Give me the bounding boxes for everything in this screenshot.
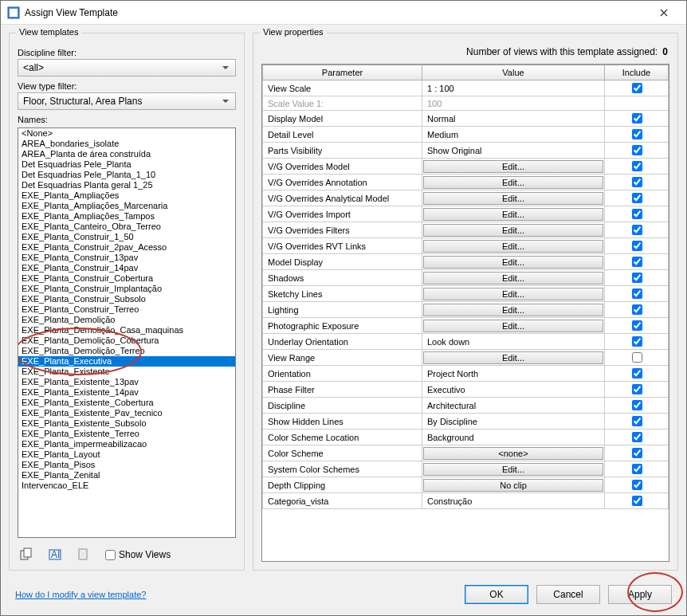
edit-button[interactable]: Edit...	[423, 160, 603, 173]
properties-table-wrap[interactable]: Parameter Value Include View Scale1 : 10…	[261, 64, 669, 562]
value-cell[interactable]: Edit...	[422, 318, 605, 334]
include-checkbox[interactable]	[632, 464, 642, 474]
value-cell[interactable]: Edit...	[422, 350, 605, 366]
list-item[interactable]: EXE_Planta_Construir_Implantação	[18, 284, 235, 294]
value-cell[interactable]: Show Original	[422, 143, 605, 159]
list-item[interactable]: EXE_Planta_Ampliações_Marcenaria	[18, 201, 235, 211]
value-cell[interactable]: Medium	[422, 127, 605, 143]
value-cell[interactable]: Edit...	[422, 254, 605, 270]
include-checkbox[interactable]	[632, 177, 642, 187]
value-cell[interactable]: Construção	[422, 493, 605, 509]
include-checkbox[interactable]	[632, 400, 642, 410]
edit-button[interactable]: Edit...	[423, 240, 603, 253]
include-checkbox[interactable]	[632, 113, 642, 124]
edit-button[interactable]: Edit...	[423, 208, 603, 221]
show-views-checkbox[interactable]: Show Views	[105, 549, 171, 560]
ok-button[interactable]: OK	[465, 585, 528, 604]
close-button[interactable]	[648, 2, 680, 24]
include-checkbox[interactable]	[632, 336, 642, 347]
list-item[interactable]: EXE_Planta_Existente_13pav	[18, 377, 235, 387]
show-views-input[interactable]	[105, 550, 116, 560]
edit-button[interactable]: Edit...	[423, 304, 603, 316]
edit-button[interactable]: Edit...	[423, 463, 603, 476]
duplicate-icon[interactable]	[19, 547, 33, 562]
list-item[interactable]: EXE_Planta_Demolição_Cobertura	[18, 335, 235, 346]
include-checkbox[interactable]	[632, 225, 642, 235]
list-item[interactable]: EXE_Planta_Construir_2pav_Acesso	[18, 242, 235, 253]
include-checkbox[interactable]	[632, 129, 642, 139]
include-checkbox[interactable]	[632, 448, 642, 458]
edit-button[interactable]: Edit...	[423, 224, 603, 237]
list-item[interactable]: <None>	[18, 128, 235, 139]
include-checkbox[interactable]	[632, 161, 642, 171]
include-checkbox[interactable]	[632, 496, 642, 506]
include-checkbox[interactable]	[632, 145, 642, 155]
list-item[interactable]: EXE_Planta_Layout	[18, 449, 235, 460]
cancel-button[interactable]: Cancel	[536, 585, 600, 604]
list-item[interactable]: Det Esquadrias Pele_Planta_1_10	[18, 170, 235, 180]
value-cell[interactable]: Edit...	[422, 286, 605, 302]
include-checkbox[interactable]	[632, 432, 642, 442]
edit-button[interactable]: <none>	[423, 447, 603, 460]
list-item[interactable]: EXE_Planta_Construir_Cobertura	[18, 273, 235, 284]
list-item[interactable]: AREA_Planta de área construída	[18, 149, 235, 159]
delete-icon[interactable]	[77, 547, 91, 562]
list-item[interactable]: EXE_Planta_Existente_Terreo	[18, 429, 235, 439]
edit-button[interactable]: Edit...	[423, 288, 603, 300]
list-item[interactable]: Intervencao_ELE	[18, 481, 235, 491]
value-cell[interactable]: Edit...	[422, 222, 605, 238]
list-item[interactable]: EXE_Planta_Demolição	[18, 315, 235, 325]
col-parameter[interactable]: Parameter	[263, 65, 422, 80]
list-item[interactable]: EXE_Planta_Existente_Subsolo	[18, 418, 235, 429]
include-checkbox[interactable]	[632, 352, 642, 363]
value-cell[interactable]: Edit...	[422, 175, 605, 190]
list-item[interactable]: Det Esquadrias Pele_Planta	[18, 159, 235, 170]
value-cell[interactable]: Edit...	[422, 302, 605, 318]
value-cell[interactable]: Edit...	[422, 238, 605, 254]
list-item[interactable]: EXE_Planta_Canteiro_Obra_Terreo	[18, 222, 235, 232]
list-item[interactable]: EXE_Planta_Construir_14pav	[18, 263, 235, 273]
help-link[interactable]: How do I modify a view template?	[15, 590, 146, 599]
list-item[interactable]: EXE_Planta_Existente_Pav_tecnico	[18, 408, 235, 418]
include-checkbox[interactable]	[632, 209, 642, 219]
list-item[interactable]: EXE_Planta_Existente	[18, 367, 235, 377]
value-cell[interactable]: Normal	[422, 111, 605, 127]
list-item[interactable]: EXE_Planta_Executiva	[18, 356, 235, 367]
list-item[interactable]: EXE_Planta_Construir_13pav	[18, 253, 235, 263]
include-checkbox[interactable]	[632, 320, 642, 331]
edit-button[interactable]: Edit...	[423, 176, 603, 189]
value-cell[interactable]: Edit...	[422, 206, 605, 222]
value-cell[interactable]: Edit...	[422, 159, 605, 175]
include-checkbox[interactable]	[632, 288, 642, 299]
include-checkbox[interactable]	[632, 304, 642, 315]
col-value[interactable]: Value	[422, 65, 605, 80]
edit-button[interactable]: Edit...	[423, 351, 603, 364]
list-item[interactable]: EXE_Planta_Construir_1_50	[18, 232, 235, 242]
value-cell[interactable]: Edit...	[422, 190, 605, 206]
include-checkbox[interactable]	[632, 193, 642, 203]
list-item[interactable]: EXE_Planta_Zenital	[18, 470, 235, 481]
include-checkbox[interactable]	[632, 480, 642, 490]
include-checkbox[interactable]	[632, 273, 642, 283]
list-item[interactable]: EXE_Planta_Demolição_Terreo	[18, 346, 235, 356]
list-item[interactable]: EXE_Planta_Construir_Subsolo	[18, 294, 235, 304]
value-cell[interactable]: No clip	[422, 477, 605, 493]
value-cell[interactable]: By Discipline	[422, 414, 605, 430]
edit-button[interactable]: Edit...	[423, 272, 603, 284]
list-item[interactable]: EXE_Planta_Ampliações	[18, 190, 235, 201]
value-cell[interactable]: Look down	[422, 334, 605, 350]
value-cell[interactable]: Edit...	[422, 461, 605, 477]
list-item[interactable]: EXE_Planta_Existente_14pav	[18, 387, 235, 398]
list-item[interactable]: EXE_Planta_Pisos	[18, 460, 235, 470]
discipline-filter-combo[interactable]: <all>	[18, 59, 236, 77]
value-cell[interactable]: Project North	[422, 366, 605, 382]
list-item[interactable]: EXE_Planta_Construir_Terreo	[18, 304, 235, 315]
include-checkbox[interactable]	[632, 416, 642, 426]
value-cell[interactable]: <none>	[422, 445, 605, 461]
list-item[interactable]: Det Esquadrias Planta geral 1_25	[18, 180, 235, 190]
value-cell[interactable]: Architectural	[422, 398, 605, 414]
edit-button[interactable]: No clip	[423, 479, 603, 492]
value-cell[interactable]: Executivo	[422, 382, 605, 398]
edit-button[interactable]: Edit...	[423, 256, 603, 269]
value-cell[interactable]: 1 : 100	[422, 80, 605, 96]
